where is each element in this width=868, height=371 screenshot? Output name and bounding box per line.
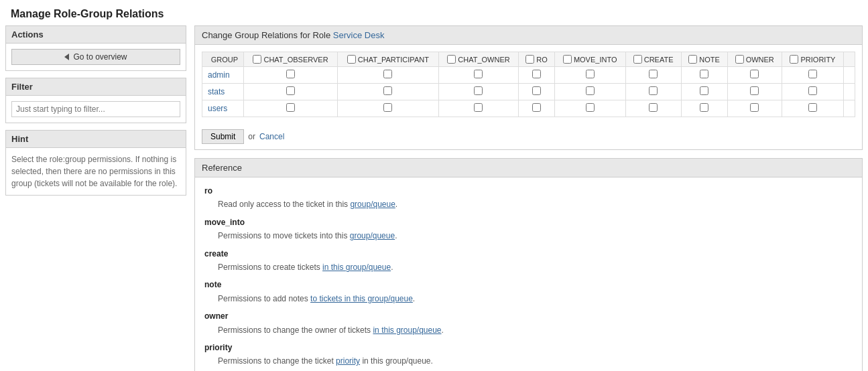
group-cell-admin[interactable]: admin (202, 67, 244, 84)
ref-desc-priority: Permissions to change the ticket priorit… (204, 354, 853, 368)
ref-link-create[interactable]: in this group/queue (322, 263, 391, 272)
reference-section: Reference roRead only access to the tick… (194, 158, 863, 371)
checkbox-users-chat_participant[interactable] (383, 103, 392, 112)
checkbox-users-chat_observer[interactable] (286, 103, 295, 112)
ref-link-owner[interactable]: in this group/queue (373, 325, 441, 335)
col-checkbox-note[interactable] (688, 55, 697, 64)
checkbox-users-priority[interactable] (808, 103, 817, 112)
table-row: users (202, 100, 855, 117)
checkbox-stats-chat_owner[interactable] (474, 86, 483, 95)
group-col-header: GROUP (202, 52, 244, 67)
checkbox-admin-create[interactable] (649, 70, 658, 78)
col-header-priority: PRIORITY (782, 52, 843, 67)
cell-admin-move_into (554, 67, 625, 84)
checkbox-stats-owner[interactable] (750, 86, 759, 95)
actions-body: Go to overview (6, 44, 186, 70)
checkbox-stats-chat_participant[interactable] (383, 86, 392, 95)
permissions-table: GROUP CHAT_OBSERVER CHAT_PARTICIPANT CHA… (202, 52, 855, 117)
checkbox-admin-note[interactable] (700, 70, 708, 78)
col-header-chat_owner: CHAT_OWNER (438, 52, 519, 67)
col-checkbox-owner[interactable] (735, 55, 744, 64)
actions-title: Actions (6, 26, 186, 44)
change-relations-prefix: Change Group Relations for Role (202, 30, 333, 40)
col-checkbox-chat_participant[interactable] (347, 55, 356, 64)
checkbox-admin-move_into[interactable] (586, 70, 595, 78)
checkbox-users-move_into[interactable] (586, 103, 595, 112)
submit-area: Submit or Cancel (195, 124, 862, 149)
col-header-extra (844, 52, 855, 67)
cell-stats-priority (782, 84, 843, 100)
checkbox-admin-chat_observer[interactable] (286, 70, 295, 78)
cell-users-ro (519, 100, 555, 117)
cell-admin-chat_participant (337, 67, 438, 84)
reference-body: roRead only access to the ticket in this… (195, 177, 862, 371)
main-content: Change Group Relations for Role Service … (194, 25, 863, 371)
col-checkbox-move_into[interactable] (563, 55, 572, 64)
arrow-left-icon (64, 54, 69, 60)
go-to-overview-button[interactable]: Go to overview (11, 49, 180, 65)
checkbox-users-owner[interactable] (750, 103, 759, 112)
checkbox-stats-ro[interactable] (532, 86, 541, 95)
col-checkbox-priority[interactable] (790, 55, 798, 64)
table-header-row: GROUP CHAT_OBSERVER CHAT_PARTICIPANT CHA… (202, 52, 855, 67)
group-cell-users[interactable]: users (202, 100, 244, 117)
ref-link-ro[interactable]: group/queue (350, 200, 395, 209)
table-row: stats (202, 84, 855, 100)
cell-extra (844, 100, 855, 117)
col-header-ro: RO (519, 52, 555, 67)
ref-desc-owner: Permissions to change the owner of ticke… (204, 323, 853, 337)
submit-button[interactable]: Submit (202, 129, 244, 144)
ref-link-note[interactable]: to tickets in this group/queue (310, 294, 413, 303)
col-header-chat_observer: CHAT_OBSERVER (244, 52, 338, 67)
col-header-create: CREATE (625, 52, 681, 67)
cell-users-chat_observer (244, 100, 338, 117)
cell-users-chat_owner (438, 100, 519, 117)
cancel-link[interactable]: Cancel (259, 132, 284, 141)
checkbox-admin-chat_participant[interactable] (383, 70, 392, 78)
checkbox-admin-owner[interactable] (750, 70, 759, 78)
permissions-table-body: GROUP CHAT_OBSERVER CHAT_PARTICIPANT CHA… (195, 45, 862, 124)
checkbox-stats-note[interactable] (700, 86, 708, 95)
cell-users-create (625, 100, 681, 117)
cell-admin-create (625, 67, 681, 84)
checkbox-stats-priority[interactable] (808, 86, 817, 95)
checkbox-users-ro[interactable] (532, 103, 541, 112)
filter-section: Filter (5, 78, 186, 123)
ref-link-move_into[interactable]: group/queue (350, 231, 395, 240)
checkbox-users-create[interactable] (649, 103, 658, 112)
cell-users-owner (727, 100, 782, 117)
filter-input[interactable] (11, 101, 180, 117)
checkbox-admin-chat_owner[interactable] (474, 70, 483, 78)
checkbox-users-note[interactable] (700, 103, 708, 112)
ref-link-priority[interactable]: priority (336, 356, 360, 366)
page-title: Manage Role-Group Relations (0, 0, 868, 25)
checkbox-admin-ro[interactable] (532, 70, 541, 78)
role-link[interactable]: Service Desk (333, 30, 385, 40)
sidebar: Actions Go to overview Filter Hint Selec… (5, 25, 186, 371)
cell-stats-ro (519, 84, 555, 100)
checkbox-stats-move_into[interactable] (586, 86, 595, 95)
cell-stats-chat_owner (438, 84, 519, 100)
checkbox-admin-priority[interactable] (808, 70, 817, 78)
col-checkbox-chat_observer[interactable] (253, 55, 261, 64)
col-header-move_into: MOVE_INTO (554, 52, 625, 67)
cell-users-chat_participant (337, 100, 438, 117)
ref-term-owner: owner (204, 309, 853, 323)
checkbox-stats-create[interactable] (649, 86, 658, 95)
col-header-owner: OWNER (727, 52, 782, 67)
filter-title: Filter (6, 78, 186, 96)
col-checkbox-ro[interactable] (525, 55, 534, 64)
col-header-note: NOTE (681, 52, 727, 67)
checkbox-stats-chat_observer[interactable] (286, 86, 295, 95)
cell-stats-create (625, 84, 681, 100)
ref-term-ro: ro (204, 184, 853, 198)
cell-stats-chat_observer (244, 84, 338, 100)
group-cell-stats[interactable]: stats (202, 84, 244, 100)
table-row: admin (202, 67, 855, 84)
cell-users-note (681, 100, 727, 117)
col-checkbox-chat_owner[interactable] (447, 55, 456, 64)
ref-term-move_into: move_into (204, 216, 853, 229)
checkbox-users-chat_owner[interactable] (474, 103, 483, 112)
col-checkbox-create[interactable] (633, 55, 642, 64)
cell-extra (844, 67, 855, 84)
